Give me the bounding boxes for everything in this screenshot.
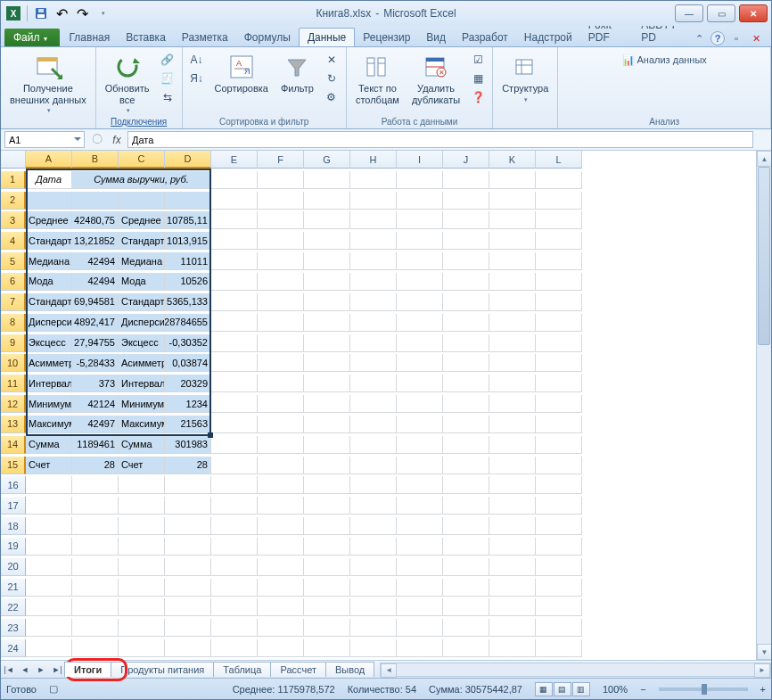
cell[interactable]: 5365,133 xyxy=(165,293,211,311)
cell[interactable]: 28784655 xyxy=(165,314,211,332)
cell[interactable] xyxy=(489,211,536,229)
row-header-3[interactable]: 3 xyxy=(1,211,26,229)
cell[interactable] xyxy=(350,375,397,392)
cell[interactable] xyxy=(258,416,304,433)
tab-formulas[interactable]: Формулы xyxy=(236,29,299,46)
cell[interactable] xyxy=(211,211,258,229)
cell[interactable] xyxy=(489,538,536,556)
cell[interactable] xyxy=(536,293,582,311)
sheet-nav-prev[interactable]: ◄ xyxy=(17,662,33,678)
cell[interactable] xyxy=(304,252,350,270)
cell[interactable] xyxy=(258,457,304,474)
cell[interactable] xyxy=(304,538,350,556)
cell[interactable] xyxy=(258,334,304,352)
cell[interactable] xyxy=(211,598,258,616)
cell[interactable] xyxy=(304,273,350,291)
cell[interactable] xyxy=(258,497,304,515)
col-header-I[interactable]: I xyxy=(397,151,443,169)
cell[interactable] xyxy=(258,395,304,413)
cell[interactable]: Интервал xyxy=(26,375,72,392)
col-header-F[interactable]: F xyxy=(258,151,304,169)
sheet-tab-2[interactable]: Таблица xyxy=(213,662,271,677)
tab-review[interactable]: Рецензир xyxy=(355,29,418,46)
cell[interactable]: 4892,417 xyxy=(72,314,119,332)
cell[interactable] xyxy=(26,558,72,576)
cell[interactable]: 301983 xyxy=(165,436,211,454)
cell[interactable] xyxy=(443,538,489,556)
cell[interactable] xyxy=(397,598,443,616)
cell[interactable] xyxy=(489,375,536,392)
cell[interactable] xyxy=(536,334,582,352)
cell[interactable] xyxy=(211,354,258,372)
row-header-10[interactable]: 10 xyxy=(1,354,26,372)
cell[interactable] xyxy=(211,334,258,352)
cell[interactable] xyxy=(258,293,304,311)
cell[interactable] xyxy=(489,171,536,189)
cell[interactable] xyxy=(397,538,443,556)
cell[interactable] xyxy=(119,558,165,576)
tab-addins[interactable]: Надстрой xyxy=(516,29,580,46)
get-external-data-button[interactable]: Получение внешних данных xyxy=(6,51,90,116)
cell[interactable] xyxy=(304,457,350,474)
cell[interactable] xyxy=(72,639,119,657)
tab-home[interactable]: Главная xyxy=(62,29,119,46)
cell[interactable] xyxy=(489,273,536,291)
cell[interactable] xyxy=(489,334,536,352)
cell[interactable] xyxy=(119,538,165,556)
row-header-4[interactable]: 4 xyxy=(1,232,26,250)
connections-icon[interactable]: 🔗 xyxy=(159,51,177,69)
cell[interactable]: Сумма xyxy=(26,436,72,454)
cell[interactable]: Дисперси xyxy=(26,314,72,332)
cell[interactable] xyxy=(258,598,304,616)
cell[interactable] xyxy=(350,395,397,413)
cell[interactable] xyxy=(211,293,258,311)
tab-insert[interactable]: Вставка xyxy=(118,29,174,46)
cell[interactable] xyxy=(536,354,582,372)
cell[interactable] xyxy=(304,436,350,454)
cell[interactable] xyxy=(536,436,582,454)
cell[interactable] xyxy=(211,476,258,494)
col-header-E[interactable]: E xyxy=(211,151,258,169)
col-header-H[interactable]: H xyxy=(350,151,397,169)
sheet-tab-4[interactable]: Вывод xyxy=(325,662,374,677)
cell[interactable] xyxy=(258,476,304,494)
advanced-filter-icon[interactable]: ⚙ xyxy=(323,88,341,106)
cell[interactable] xyxy=(489,192,536,210)
cell[interactable]: 13,21852 xyxy=(72,232,119,250)
tab-view[interactable]: Вид xyxy=(418,29,454,46)
refresh-all-button[interactable]: Обновить все xyxy=(102,51,153,116)
row-header-20[interactable]: 20 xyxy=(1,558,26,576)
file-tab[interactable]: Файл xyxy=(4,29,60,46)
row-header-12[interactable]: 12 xyxy=(1,395,26,413)
cell[interactable] xyxy=(211,436,258,454)
row-header-7[interactable]: 7 xyxy=(1,293,26,311)
tab-layout[interactable]: Разметка xyxy=(174,29,236,46)
macro-record-icon[interactable]: ▢ xyxy=(49,683,58,695)
cell[interactable] xyxy=(119,476,165,494)
row-header-9[interactable]: 9 xyxy=(1,334,26,352)
cell[interactable] xyxy=(350,558,397,576)
view-normal-icon[interactable]: ▦ xyxy=(535,682,553,696)
row-header-1[interactable]: 1 xyxy=(1,171,26,189)
reapply-icon[interactable]: ↻ xyxy=(323,70,341,87)
cell[interactable] xyxy=(211,395,258,413)
cell[interactable] xyxy=(26,476,72,494)
cell[interactable] xyxy=(165,192,211,210)
cell[interactable]: Мода xyxy=(119,273,165,291)
cell[interactable] xyxy=(26,598,72,616)
cell[interactable]: Дата xyxy=(26,171,72,189)
cell[interactable] xyxy=(165,558,211,576)
clear-filter-icon[interactable]: ✕ xyxy=(323,51,341,69)
cell[interactable] xyxy=(72,517,119,535)
row-header-19[interactable]: 19 xyxy=(1,538,26,556)
connections-group-label[interactable]: Подключения xyxy=(111,116,167,128)
cell[interactable] xyxy=(258,579,304,597)
cell[interactable]: 28 xyxy=(72,457,119,474)
cell[interactable] xyxy=(397,619,443,637)
cell[interactable] xyxy=(397,293,443,311)
cell[interactable] xyxy=(304,171,350,189)
view-pagebreak-icon[interactable]: ▥ xyxy=(572,682,590,696)
cell[interactable]: 373 xyxy=(72,375,119,392)
row-header-16[interactable]: 16 xyxy=(1,476,26,494)
cell[interactable] xyxy=(119,579,165,597)
